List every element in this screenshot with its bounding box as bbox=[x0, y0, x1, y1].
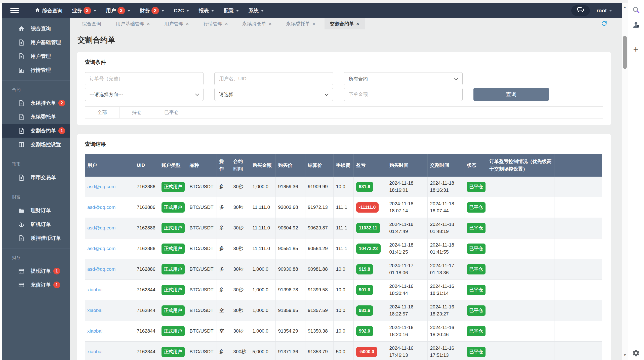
sidebar-item-label: 永续委托单 bbox=[31, 113, 56, 120]
column-header-5: 合约时间 bbox=[231, 154, 250, 177]
sidebar-item-spot-trades[interactable]: 币币交易单 bbox=[2, 171, 70, 184]
nav-item-config[interactable]: 配置 bbox=[224, 7, 239, 14]
page-scrollbar[interactable]: ▲ ▼ bbox=[622, 3, 628, 360]
tab-永续持仓单[interactable]: 永续持仓单× bbox=[237, 18, 277, 29]
query-form: 所有合约 ---请选择方向--- bbox=[85, 72, 603, 101]
cell-deliver-time: 2024-11-18 01:41:55 bbox=[427, 238, 464, 259]
scroll-down-arrow[interactable]: ▼ bbox=[622, 353, 628, 357]
user-link[interactable]: asd@qq.com bbox=[87, 205, 115, 210]
account-type-badge: 正式用户 bbox=[162, 182, 185, 192]
close-icon[interactable]: × bbox=[147, 21, 150, 27]
sidebar-item-perp-orders[interactable]: 永续委托单 bbox=[2, 110, 70, 124]
sidebar-item-market[interactable]: 行情管理 bbox=[2, 63, 70, 77]
user-link[interactable]: asd@qq.com bbox=[87, 246, 115, 251]
search-icon[interactable] bbox=[628, 6, 644, 14]
add-icon[interactable]: + bbox=[628, 45, 644, 54]
user-link[interactable]: asd@qq.com bbox=[87, 184, 115, 189]
nav-item-business[interactable]: 业务3 bbox=[72, 7, 96, 14]
sidebar-item-summary[interactable]: 综合查询 bbox=[2, 22, 70, 35]
contract-select[interactable]: 所有合约 bbox=[344, 72, 463, 85]
sidebar-item-delivery-contracts[interactable]: 交割合约单1 bbox=[2, 124, 70, 138]
sidebar-item-wealth-orders[interactable]: 理财订单 bbox=[2, 204, 70, 217]
nav-item-reports[interactable]: 报表 bbox=[199, 7, 214, 14]
chat-button[interactable] bbox=[571, 5, 590, 16]
page-content: 交割合约单 查询条件 所有合约 bbox=[70, 29, 622, 360]
sidebar-item-label: 理财订单 bbox=[31, 207, 51, 214]
nav-item-summary[interactable]: 综合查询 bbox=[35, 7, 62, 14]
cell-extra bbox=[554, 279, 602, 300]
nav-item-system[interactable]: 系统 bbox=[249, 7, 264, 14]
close-icon[interactable]: × bbox=[269, 21, 271, 27]
tab-交割合约单[interactable]: 交割合约单× bbox=[325, 18, 365, 29]
sidebar-item-perp-positions[interactable]: 永续持仓单2 bbox=[2, 96, 70, 110]
direction-select[interactable]: ---请选择方向--- bbox=[85, 88, 204, 101]
user-link[interactable]: xiaobai bbox=[87, 328, 102, 334]
cell-pnl-control bbox=[487, 197, 554, 218]
cell-uid: 7162844 bbox=[134, 341, 159, 360]
user-link[interactable]: asd@qq.com bbox=[87, 225, 115, 230]
query-panel: 查询条件 所有合约 bbox=[77, 52, 611, 125]
user-link[interactable]: xiaobai bbox=[87, 287, 102, 292]
tab-label: 永续持仓单 bbox=[242, 21, 266, 27]
user-link[interactable]: asd@qq.com bbox=[87, 266, 115, 272]
menu-toggle-button[interactable] bbox=[2, 3, 27, 18]
cell-settle-price: 90623.87 bbox=[305, 218, 333, 238]
tab-用户基础管理[interactable]: 用户基础管理× bbox=[110, 18, 155, 29]
sidebar-item-delivery-control[interactable]: 交割场控设置 bbox=[2, 138, 70, 151]
refresh-button[interactable] bbox=[600, 20, 608, 28]
sidebar-item-user-mgmt[interactable]: 用户管理 bbox=[2, 49, 70, 63]
sidebar-item-deposit-orders[interactable]: 充值订单1 bbox=[2, 278, 70, 292]
filter-全部[interactable]: 全部 bbox=[85, 107, 119, 118]
search-button[interactable]: 查询 bbox=[473, 88, 549, 101]
filter-已平仓[interactable]: 已平仓 bbox=[154, 107, 189, 118]
cell-uid: 7162886 bbox=[134, 259, 159, 279]
sidebar-item-user-base[interactable]: 用户基础管理 bbox=[2, 35, 70, 49]
cell-status: 已平仓 bbox=[464, 300, 487, 321]
scroll-up-arrow[interactable]: ▲ bbox=[622, 5, 628, 9]
filter-持仓[interactable]: 持仓 bbox=[119, 107, 154, 118]
chevron-down-icon bbox=[236, 10, 239, 12]
nav-item-finance[interactable]: 财务2 bbox=[140, 7, 164, 14]
cell-pnl-control bbox=[487, 279, 554, 300]
page-title: 交割合约单 bbox=[77, 35, 611, 45]
username-uid-input[interactable] bbox=[214, 72, 333, 85]
user-menu[interactable]: root bbox=[596, 8, 612, 14]
tab-用户管理[interactable]: 用户管理× bbox=[159, 18, 194, 29]
close-icon[interactable]: × bbox=[312, 21, 315, 27]
cell-duration: 30秒 bbox=[231, 259, 250, 279]
sidebar-item-pledge-orders[interactable]: 质押借币订单 bbox=[2, 231, 70, 245]
sidebar-item-miner-orders[interactable]: 矿机订单 bbox=[2, 217, 70, 231]
order-amount-input[interactable] bbox=[344, 88, 463, 101]
sidebar-item-withdraw-orders[interactable]: 提现订单1 bbox=[2, 264, 70, 278]
orders-table: 用户UID账户类型品种操作合约时间购买金额购买价结算价手续费盈亏购买时间交割时间… bbox=[85, 154, 602, 360]
nav-item-c2c[interactable]: C2C bbox=[174, 8, 189, 14]
close-icon[interactable]: × bbox=[186, 21, 189, 27]
cell-deliver-time: 2024-11-18 18:07:44 bbox=[427, 197, 464, 218]
tab-综合查询[interactable]: 综合查询 bbox=[76, 18, 107, 29]
sidebar-item-label: 永续持仓单 bbox=[31, 100, 56, 106]
user-link[interactable]: xiaobai bbox=[87, 349, 102, 354]
tab-永续委托单[interactable]: 永续委托单× bbox=[280, 18, 321, 29]
cell-side: 多 bbox=[217, 279, 231, 300]
profile-icon[interactable] bbox=[628, 21, 644, 29]
cell-fee: 10.0 bbox=[333, 300, 353, 321]
nav-item-users[interactable]: 用户3 bbox=[106, 7, 130, 14]
settings-gear-icon[interactable] bbox=[628, 349, 644, 357]
close-icon[interactable]: × bbox=[356, 21, 359, 27]
cell-pnl-control bbox=[487, 218, 554, 238]
scrollbar-thumb[interactable] bbox=[623, 36, 627, 69]
cell-fee: 50.0 bbox=[333, 341, 353, 360]
status-select[interactable]: 请选择 bbox=[214, 88, 333, 101]
table-row: xiaobai7162844正式用户BTC/USDT多300秒5,000.091… bbox=[85, 341, 602, 360]
close-icon[interactable]: × bbox=[225, 21, 228, 27]
cell-account-type: 正式用户 bbox=[159, 300, 187, 321]
user-link[interactable]: xiaobai bbox=[87, 308, 102, 313]
tab-行情管理[interactable]: 行情管理× bbox=[198, 18, 233, 29]
cell-side: 多 bbox=[217, 259, 231, 279]
cell-user: asd@qq.com bbox=[85, 197, 134, 218]
cell-user: xiaobai bbox=[85, 279, 134, 300]
cell-pnl-control bbox=[487, 238, 554, 259]
table-row: xiaobai7162844正式用户BTC/USDT空30秒1,000.0913… bbox=[85, 321, 602, 341]
order-no-input[interactable] bbox=[85, 72, 204, 85]
pnl-badge: 992.0 bbox=[356, 326, 373, 336]
